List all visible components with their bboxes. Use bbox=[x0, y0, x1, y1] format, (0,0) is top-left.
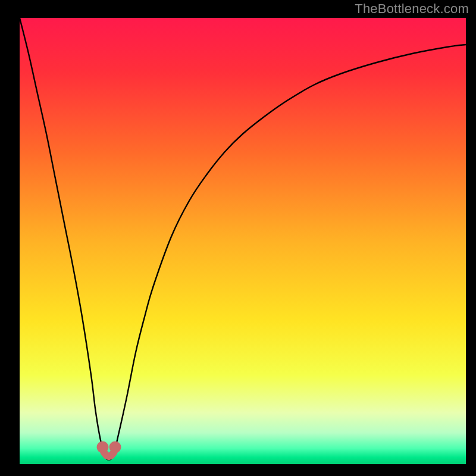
chart-svg bbox=[20, 18, 466, 464]
gradient-background bbox=[20, 18, 466, 464]
valley-right-dot bbox=[109, 441, 121, 453]
outer-frame: TheBottleneck.com bbox=[0, 0, 476, 476]
watermark-text: TheBottleneck.com bbox=[355, 1, 469, 17]
valley-left-dot bbox=[97, 441, 109, 453]
plot-area bbox=[20, 18, 466, 464]
